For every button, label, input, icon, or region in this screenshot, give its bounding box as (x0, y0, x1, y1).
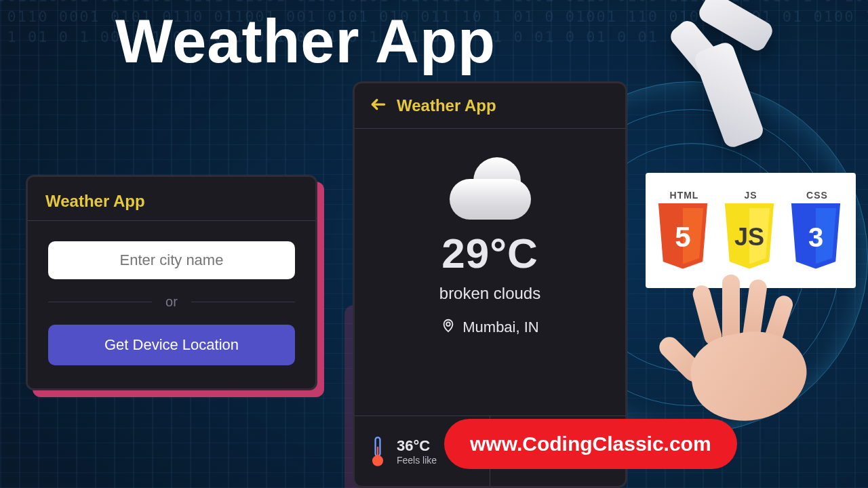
robot-hand-illustration (637, 0, 814, 163)
weather-condition: broken clouds (361, 284, 618, 303)
svg-rect-4 (377, 447, 378, 458)
js-number: JS (720, 203, 778, 271)
feels-like-label: Feels like (397, 455, 437, 466)
map-pin-icon (441, 318, 456, 337)
html5-badge: HTML 5 (654, 190, 715, 271)
css-label: CSS (787, 190, 848, 201)
js-label: JS (720, 190, 781, 201)
back-arrow-icon[interactable] (370, 96, 387, 116)
html-number: 5 (654, 203, 712, 271)
location-text: Mumbai, IN (462, 319, 538, 336)
card-title: Weather App (28, 177, 315, 221)
thermometer-icon (368, 436, 387, 467)
svg-point-1 (447, 322, 451, 326)
location-row: Mumbai, IN (361, 318, 618, 337)
html-label: HTML (654, 190, 715, 201)
city-name-input[interactable] (48, 241, 295, 279)
temperature-value: 29°C (361, 229, 618, 277)
get-device-location-button[interactable]: Get Device Location (48, 325, 295, 365)
css-number: 3 (787, 203, 845, 271)
css3-badge: CSS 3 (787, 190, 848, 271)
cloud-icon (446, 153, 534, 221)
page-title: Weather App (115, 7, 496, 77)
website-url-badge: www.CodingClassic.com (444, 419, 737, 469)
result-card-title: Weather App (397, 96, 496, 115)
feels-like-value: 36°C (397, 437, 437, 455)
weather-input-card: Weather App or Get Device Location (26, 175, 317, 390)
separator-row: or (48, 294, 295, 310)
tech-badges-panel: HTML 5 JS JS CSS 3 (646, 173, 856, 288)
separator-text: or (165, 294, 178, 310)
js-badge: JS JS (720, 190, 781, 271)
